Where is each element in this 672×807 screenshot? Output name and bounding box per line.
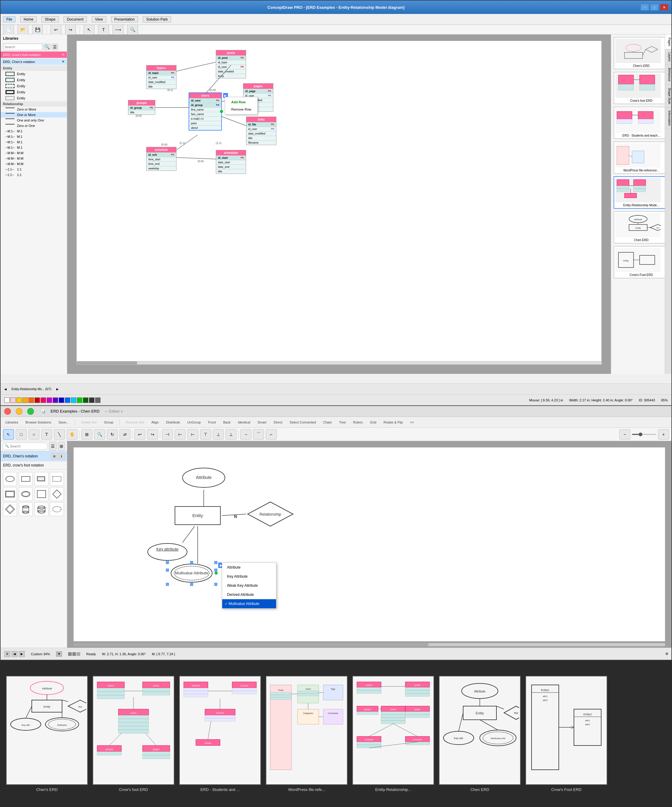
sidebar-item-zero-or-more[interactable]: Zero or More xyxy=(1,106,67,112)
posts-table[interactable]: posts id_postPK id_topic id_userPK date_… xyxy=(216,50,246,78)
scheduler-table[interactable]: scheduler id_startPK date_start date_end… xyxy=(216,150,246,174)
color-green[interactable] xyxy=(77,397,82,403)
thumb-entity-rel[interactable]: topics posts users schedule s xyxy=(353,676,434,792)
remove-row-item[interactable]: Remove Row xyxy=(225,106,257,113)
grid-view-btn[interactable]: ⊞ xyxy=(58,442,65,450)
save-button[interactable]: 💾 xyxy=(32,25,43,35)
align-top-btn[interactable]: ⊤ xyxy=(200,429,211,440)
next-btn[interactable]: ▶ xyxy=(19,651,25,657)
sidebar-item-m1-1[interactable]: ─M:1─ M:1 xyxy=(1,128,67,134)
sel-handle-tr[interactable] xyxy=(214,561,217,564)
select-connected-btn[interactable]: Select Connected xyxy=(287,420,318,425)
library-info-icon[interactable]: ℹ xyxy=(58,453,65,459)
direct-btn[interactable]: Direct xyxy=(271,420,285,425)
sidebar-item-11-1[interactable]: ─1:1─ 1:1 xyxy=(1,167,67,172)
color-pink-light[interactable] xyxy=(10,397,16,403)
drawing-canvas[interactable]: topics id_topicPK id_userFK date_modifie… xyxy=(76,41,602,365)
sel-handle-bl[interactable] xyxy=(166,583,169,586)
sidebar-item-mm-2[interactable]: ─M:M─ M:M xyxy=(1,156,67,161)
color-orange[interactable] xyxy=(22,397,28,403)
page-ind-3[interactable] xyxy=(76,652,80,656)
zoom-dropdown[interactable]: ▼ xyxy=(56,651,62,657)
search-icon[interactable]: 🔍 xyxy=(44,44,50,50)
prev-btn[interactable]: ◀ xyxy=(12,651,18,657)
page-nav-right[interactable]: ▶ xyxy=(56,387,59,391)
sidebar-item-m1-4[interactable]: ─M:1─ M:1 xyxy=(1,145,67,150)
zoom-thumb[interactable] xyxy=(639,433,642,436)
back-btn[interactable]: Back xyxy=(221,420,233,425)
bottom-horizontal-scrollbar[interactable] xyxy=(73,643,665,646)
close-button-mac[interactable] xyxy=(4,408,11,415)
color-blue-light[interactable] xyxy=(65,397,70,403)
zoom-control[interactable]: 65% xyxy=(661,399,668,402)
sidebar-item-m1-2[interactable]: ─M:1─ M:1 xyxy=(1,134,67,139)
open-button[interactable]: 📂 xyxy=(18,25,28,35)
circle-tool-btn[interactable]: ○ xyxy=(28,429,39,440)
page-nav-left[interactable]: ◀ xyxy=(4,387,7,391)
sidebar-item-one-and-only[interactable]: One and only One xyxy=(1,118,67,123)
dropdown-weak-key[interactable]: Weak Key Attribute xyxy=(222,581,276,590)
distribute-btn[interactable]: Distribute xyxy=(164,420,182,425)
close-button[interactable]: ✕ xyxy=(660,4,669,11)
sidebar-item-entity5[interactable]: Entity xyxy=(1,95,67,101)
shape-diamond-double[interactable] xyxy=(3,502,17,516)
tab-pages[interactable]: Pages xyxy=(665,35,671,49)
thumb-chens-erd[interactable]: Attribute Entity Rel Key attr Multivalue… xyxy=(6,676,88,792)
sidebar-item-entity3[interactable]: Entity xyxy=(1,83,67,89)
library2-close-icon[interactable]: ✕ xyxy=(62,60,65,64)
text-tool[interactable]: T xyxy=(98,25,109,35)
front-btn[interactable]: Front xyxy=(205,420,218,425)
page-thumb-chens-erd[interactable]: Chen's ERD xyxy=(614,37,669,70)
color-purple[interactable] xyxy=(46,397,52,403)
page-thumb-entity-rel[interactable]: Entity-Relationship Mode... xyxy=(614,176,669,209)
zoom-in-button[interactable]: 🔍 xyxy=(127,25,138,35)
chain-btn[interactable]: Chain xyxy=(321,420,334,425)
align-center-btn[interactable]: ⊢ xyxy=(175,429,185,440)
tab-behaviour[interactable]: Behaviour xyxy=(665,65,671,85)
add-row-item[interactable]: Add Row xyxy=(225,98,257,106)
pause-btn[interactable]: ⏸ xyxy=(4,651,10,657)
shape-rect-dashed[interactable] xyxy=(50,472,64,486)
sel-handle-tc[interactable] xyxy=(190,561,193,564)
thumb-chen-erd[interactable]: Attribute Entity Rel Key attr Multivalue… xyxy=(439,676,521,792)
undo-mac-btn[interactable]: ↩ xyxy=(134,429,145,440)
topics-table[interactable]: topics id_topicPK id_userFK date_modifie… xyxy=(146,65,177,89)
sidebar-item-zero-or-one[interactable]: Zero or One xyxy=(1,123,67,128)
shape-ellipse[interactable] xyxy=(3,472,17,486)
view-menu[interactable]: View xyxy=(92,17,106,22)
horizontal-scrollbar[interactable] xyxy=(76,361,602,365)
color-dark[interactable] xyxy=(89,397,94,403)
erd-chen-library[interactable]: ERD, Chen's notation ✕ xyxy=(1,58,67,65)
zoom-in-btn[interactable]: 🔍 xyxy=(94,429,105,440)
rotate-btn[interactable]: ↻ xyxy=(107,429,118,440)
thumb-crows-foot[interactable]: topics posts users groups xyxy=(93,676,174,792)
page-thumb-chen-erd[interactable]: Attribute Entity Rel Chen ERD xyxy=(614,211,669,244)
document-menu[interactable]: Document xyxy=(64,17,87,22)
sel-handle-br[interactable] xyxy=(214,583,217,586)
links-table[interactable]: links id_filePK id_userFK date_modified … xyxy=(246,116,276,145)
sel-handle-tl[interactable] xyxy=(166,561,169,564)
rect-tool-btn[interactable]: □ xyxy=(16,429,26,440)
sel-handle-ml[interactable] xyxy=(166,569,169,572)
thumb-crows-foot2[interactable]: Entity1 attr1 attr2 Entity2 attr1 attr2 … xyxy=(525,676,607,792)
library1-close-icon[interactable]: ✕ xyxy=(62,53,65,56)
rulers-btn[interactable]: Rulers xyxy=(351,420,365,425)
home-menu[interactable]: Home xyxy=(20,17,36,22)
shape-rect-large[interactable] xyxy=(35,487,48,501)
color-red[interactable] xyxy=(35,397,40,403)
more-btn[interactable]: >> xyxy=(408,420,417,425)
page-thumb-crows-foot2[interactable]: Entity Crow's Foot ERD xyxy=(614,246,669,278)
sidebar-item-mm-3[interactable]: ─M:M─ M:M xyxy=(1,161,67,167)
solution-park-menu[interactable]: Solution Park xyxy=(143,17,171,22)
sidebar-item-entity4[interactable]: Entity xyxy=(1,89,67,95)
entity-rect[interactable]: Entity xyxy=(174,505,222,527)
multivalue-ellipse[interactable]: Multivalue Attribute xyxy=(167,563,216,584)
align-left-btn[interactable]: ⊣ xyxy=(162,429,173,440)
bottom-scroll-thumb[interactable] xyxy=(73,643,429,646)
zoom-slider[interactable] xyxy=(632,434,656,435)
sel-handle-bc[interactable] xyxy=(190,583,193,586)
relationship-diamond[interactable]: Relationship xyxy=(246,500,295,528)
align-middle-btn[interactable]: ⊥ xyxy=(213,429,224,440)
zoom-out-mac-btn[interactable]: − xyxy=(619,429,630,440)
connect-straight-btn[interactable]: → xyxy=(240,429,251,440)
